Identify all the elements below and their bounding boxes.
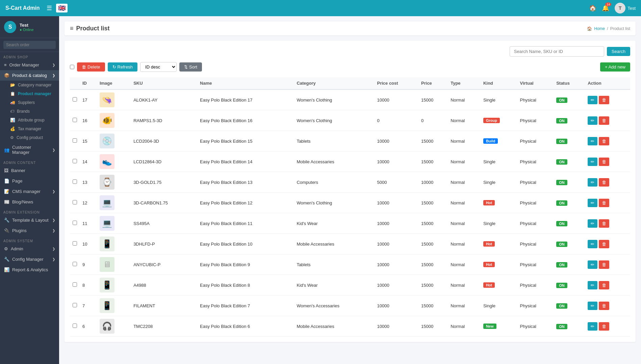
- kind-badge: Hot: [483, 200, 495, 205]
- delete-button[interactable]: 🗑 Delete: [77, 62, 105, 72]
- action-buttons: ✏ 🗑: [588, 260, 627, 269]
- sidebar-item-suppliers[interactable]: 🚚 Suppliers: [0, 98, 59, 107]
- sidebar-item-page[interactable]: 📄 Page: [0, 176, 59, 186]
- plugins-arrow: ❯: [52, 229, 55, 232]
- row-action: ✏ 🗑: [585, 110, 630, 131]
- edit-button[interactable]: ✏: [588, 199, 597, 207]
- home-icon-btn[interactable]: 🏠: [589, 4, 596, 12]
- sidebar-item-report-analytics[interactable]: 📊 Report & Analytics: [0, 264, 59, 275]
- sidebar-item-template-layout[interactable]: 🔧 Template & Layout ❯: [0, 215, 59, 225]
- sidebar-item-attribute-group[interactable]: 📊 Attribute group: [0, 116, 59, 124]
- sidebar-item-cms-manager[interactable]: 📝 CMS manager ❯: [0, 186, 59, 197]
- row-checkbox[interactable]: [73, 241, 77, 246]
- search-input[interactable]: [510, 46, 604, 57]
- sidebar-item-config-product[interactable]: ⚙ Config product: [0, 133, 59, 142]
- cms-label: CMS manager: [12, 189, 41, 194]
- row-image: 👟: [97, 151, 131, 172]
- row-action: ✏ 🗑: [585, 254, 630, 275]
- row-checkbox[interactable]: [73, 118, 77, 122]
- edit-button[interactable]: ✏: [588, 260, 597, 269]
- sidebar-item-plugins[interactable]: 🔌 Plugins ❯: [0, 225, 59, 236]
- delete-row-button[interactable]: 🗑: [599, 302, 609, 310]
- edit-button[interactable]: ✏: [588, 281, 597, 289]
- edit-button[interactable]: ✏: [588, 158, 597, 166]
- search-button[interactable]: Search: [607, 47, 630, 56]
- delete-row-button[interactable]: 🗑: [599, 96, 609, 104]
- select-all-checkbox[interactable]: [70, 65, 74, 69]
- row-checkbox[interactable]: [73, 324, 77, 328]
- delete-row-button[interactable]: 🗑: [599, 260, 609, 269]
- edit-button[interactable]: ✏: [588, 116, 597, 125]
- row-checkbox-cell: [70, 89, 80, 110]
- row-action: ✏ 🗑: [585, 234, 630, 254]
- row-virtual: Physical: [517, 131, 554, 151]
- row-checkbox[interactable]: [73, 282, 77, 287]
- sidebar-item-product-manager[interactable]: 📋 Product manager: [0, 89, 59, 98]
- row-id: 9: [80, 254, 97, 275]
- status-badge: ON: [556, 159, 567, 165]
- sidebar-item-product-catalog[interactable]: 📦 Product & catalog ❯: [0, 70, 59, 81]
- delete-row-button[interactable]: 🗑: [599, 322, 609, 331]
- status-badge: ON: [556, 200, 567, 206]
- sort-button[interactable]: ⇅ Sort: [179, 62, 202, 72]
- sidebar-item-tax-manager[interactable]: 💰 Tax manager: [0, 124, 59, 133]
- row-checkbox[interactable]: [73, 159, 77, 163]
- delete-row-button[interactable]: 🗑: [599, 219, 609, 228]
- row-checkbox[interactable]: [73, 303, 77, 307]
- sort-select[interactable]: ID desc ID asc Name asc Name desc Price …: [140, 62, 177, 72]
- row-action: ✏ 🗑: [585, 213, 630, 234]
- row-category: Computers: [294, 172, 374, 193]
- row-id: 14: [80, 151, 97, 172]
- sidebar-item-banner[interactable]: 🖼 Banner: [0, 165, 59, 176]
- row-checkbox[interactable]: [73, 179, 77, 184]
- breadcrumb-home[interactable]: Home: [594, 26, 605, 31]
- search-order-input[interactable]: [3, 41, 56, 49]
- sidebar-item-blog-news[interactable]: 📰 Blog/News: [0, 197, 59, 207]
- delete-row-button[interactable]: 🗑: [599, 240, 609, 248]
- delete-row-button[interactable]: 🗑: [599, 158, 609, 166]
- row-kind: New: [481, 316, 517, 337]
- row-type: Normal: [448, 213, 481, 234]
- row-checkbox[interactable]: [73, 221, 77, 225]
- delete-row-button[interactable]: 🗑: [599, 178, 609, 187]
- row-checkbox[interactable]: [73, 97, 77, 102]
- row-checkbox[interactable]: [73, 262, 77, 266]
- language-selector[interactable]: 🇬🇧: [56, 4, 68, 12]
- edit-button[interactable]: ✏: [588, 96, 597, 104]
- customer-icon: 👥: [4, 147, 9, 152]
- row-checkbox[interactable]: [73, 138, 77, 143]
- sidebar-item-category-manager[interactable]: 📂 Category manager: [0, 81, 59, 89]
- row-category: Women's Clothing: [294, 89, 374, 110]
- edit-button[interactable]: ✏: [588, 302, 597, 310]
- delete-row-button[interactable]: 🗑: [599, 116, 609, 125]
- status-badge: ON: [556, 242, 567, 247]
- delete-row-button[interactable]: 🗑: [599, 281, 609, 289]
- sidebar-item-config-manager[interactable]: 🔧 Config Manager ❯: [0, 254, 59, 264]
- edit-button[interactable]: ✏: [588, 240, 597, 248]
- row-checkbox[interactable]: [73, 200, 77, 204]
- sidebar-item-brands[interactable]: 🏷 Brands: [0, 107, 59, 116]
- notification-btn[interactable]: 🔔 14: [602, 4, 609, 12]
- sidebar-item-customer-manager[interactable]: 👥 Customer Manager ❯: [0, 142, 59, 158]
- sidebar-item-order-manager[interactable]: ≡ Order Manager ❯: [0, 60, 59, 70]
- row-status: ON: [554, 213, 585, 234]
- row-action: ✏ 🗑: [585, 316, 630, 337]
- row-action: ✏ 🗑: [585, 89, 630, 110]
- edit-button[interactable]: ✏: [588, 178, 597, 187]
- refresh-button[interactable]: ↻ Refresh: [108, 62, 138, 72]
- user-menu-btn[interactable]: T Test: [615, 3, 636, 13]
- sidebar-item-admin[interactable]: ⚙ Admin ❯: [0, 244, 59, 254]
- menu-icon[interactable]: ☰: [47, 4, 52, 12]
- row-status: ON: [554, 89, 585, 110]
- edit-button[interactable]: ✏: [588, 219, 597, 228]
- th-name: Name: [197, 77, 294, 89]
- row-action: ✏ 🗑: [585, 193, 630, 213]
- delete-row-button[interactable]: 🗑: [599, 199, 609, 207]
- edit-button[interactable]: ✏: [588, 322, 597, 331]
- edit-button[interactable]: ✏: [588, 137, 597, 145]
- product-image: 🐠: [100, 113, 114, 128]
- row-virtual: Physical: [517, 254, 554, 275]
- add-new-button[interactable]: + Add new: [600, 62, 630, 72]
- row-name: Easy Polo Black Edition 10: [197, 234, 294, 254]
- delete-row-button[interactable]: 🗑: [599, 137, 609, 145]
